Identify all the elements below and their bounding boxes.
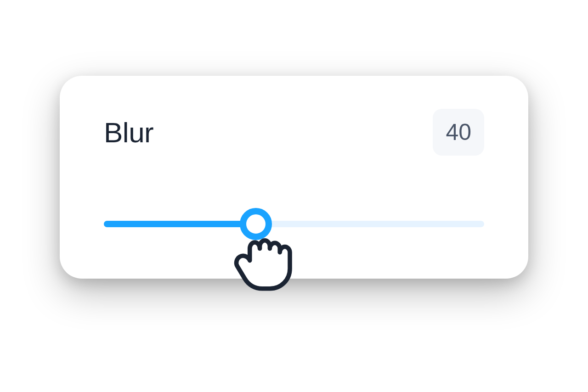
slider-value-badge[interactable]: 40	[433, 109, 484, 156]
blur-slider[interactable]	[104, 206, 484, 246]
slider-fill	[104, 221, 256, 227]
card-header: Blur 40	[104, 109, 484, 156]
blur-slider-card: Blur 40	[60, 76, 528, 279]
slider-label: Blur	[104, 116, 153, 149]
slider-thumb[interactable]	[240, 208, 272, 240]
